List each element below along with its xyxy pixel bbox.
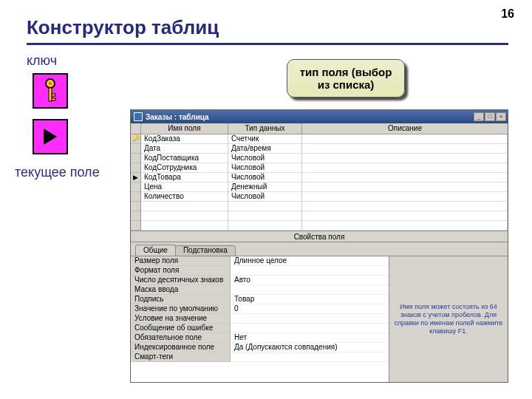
close-button[interactable]: × [496, 112, 506, 121]
svg-point-1 [49, 82, 52, 85]
slide-number: 16 [501, 7, 514, 21]
cell-field-desc[interactable] [302, 211, 508, 221]
table-row[interactable]: КодСотрудникаЧисловой [131, 163, 508, 173]
row-indicator[interactable] [131, 154, 141, 163]
cell-field-name[interactable] [141, 211, 228, 221]
property-value[interactable] [231, 324, 389, 333]
window-buttons: _ □ × [474, 112, 506, 121]
row-indicator[interactable] [131, 192, 141, 202]
table-row[interactable] [131, 211, 508, 221]
cell-field-name[interactable]: Цена [141, 183, 228, 192]
table-row[interactable]: КоличествоЧисловой [131, 192, 508, 202]
property-label: Формат поля [131, 266, 231, 276]
table-row[interactable]: ДатаДата/время [131, 144, 508, 154]
tab-general[interactable]: Общие [135, 245, 176, 256]
property-label: Число десятичных знаков [131, 276, 231, 285]
table-row[interactable]: КодПоставщикаЧисловой [131, 154, 508, 163]
cell-field-type[interactable]: Денежный [228, 183, 302, 192]
property-value[interactable]: Длинное целое [231, 256, 389, 266]
cell-field-desc[interactable] [302, 163, 508, 173]
property-label: Значение по умолчанию [131, 304, 231, 314]
property-value[interactable] [231, 285, 389, 295]
row-indicator[interactable] [131, 211, 141, 221]
cell-field-desc[interactable] [302, 144, 508, 154]
property-value[interactable]: Товар [231, 295, 389, 304]
tab-lookup[interactable]: Подстановка [175, 245, 236, 256]
property-tabs: Общие Подстановка [131, 242, 508, 256]
left-column: ключ текущее поле [13, 53, 117, 180]
property-label: Смарт-теги [131, 352, 231, 362]
property-label: Условие на значение [131, 314, 231, 324]
property-value[interactable]: 0 [231, 304, 389, 314]
cell-field-type[interactable] [228, 221, 302, 231]
cell-field-desc[interactable] [302, 202, 508, 211]
property-value[interactable] [231, 266, 389, 276]
property-value[interactable]: Да (Допускаются совпадения) [231, 343, 389, 352]
maximize-button[interactable]: □ [485, 112, 495, 121]
table-designer-window: Заказы : таблица _ □ × Имя поля Тип данн… [130, 109, 508, 383]
cell-field-type[interactable]: Числовой [228, 192, 302, 202]
row-indicator[interactable] [131, 202, 141, 211]
property-value[interactable]: Нет [231, 333, 389, 343]
cell-field-type[interactable] [228, 211, 302, 221]
row-indicator[interactable] [131, 144, 141, 154]
property-row: Индексированное полеДа (Допускаются совп… [131, 343, 389, 352]
property-value[interactable] [231, 314, 389, 324]
cell-field-name[interactable]: КодЗаказа [141, 134, 228, 144]
grid-header-indicator [131, 123, 141, 134]
cell-field-name[interactable] [141, 221, 228, 231]
grid-header-type[interactable]: Тип данных [228, 123, 302, 134]
cell-field-name[interactable]: Количество [141, 192, 228, 202]
table-row[interactable] [131, 221, 508, 231]
form-icon [134, 112, 143, 121]
table-row[interactable]: ЦенаДенежный [131, 183, 508, 192]
cell-field-type[interactable]: Числовой [228, 154, 302, 163]
grid-header-name[interactable]: Имя поля [141, 123, 228, 134]
cell-field-type[interactable]: Дата/время [228, 144, 302, 154]
cell-field-desc[interactable] [302, 221, 508, 231]
cell-field-name[interactable] [141, 202, 228, 211]
slide-title: Конструктор таблиц [27, 16, 219, 39]
cell-field-name[interactable]: КодСотрудника [141, 163, 228, 173]
properties-hint-box: Имя поля может состоять из 64 знаков с у… [389, 256, 508, 382]
title-underline [27, 43, 508, 45]
cell-field-name[interactable]: КодТовара [141, 173, 228, 183]
table-row[interactable]: ▶КодТовараЧисловой [131, 173, 508, 183]
grid-header-desc[interactable]: Описание [302, 123, 508, 134]
property-row: Значение по умолчанию0 [131, 304, 389, 314]
cell-field-desc[interactable] [302, 183, 508, 192]
primary-key-icon: 🔑 [132, 134, 140, 143]
row-indicator[interactable] [131, 163, 141, 173]
cell-field-name[interactable]: КодПоставщика [141, 154, 228, 163]
cell-field-desc[interactable] [302, 173, 508, 183]
cell-field-type[interactable] [228, 202, 302, 211]
row-indicator[interactable] [131, 183, 141, 192]
property-label: Сообщение об ошибке [131, 324, 231, 333]
row-indicator[interactable]: 🔑 [131, 134, 141, 144]
row-indicator[interactable] [131, 221, 141, 231]
table-row[interactable] [131, 202, 508, 211]
cell-field-desc[interactable] [302, 154, 508, 163]
current-row-marker-icon: ▶ [133, 173, 138, 182]
cell-field-name[interactable]: Дата [141, 144, 228, 154]
label-current: текущее поле [15, 165, 117, 180]
cell-field-desc[interactable] [302, 134, 508, 144]
property-row: Условие на значение [131, 314, 389, 324]
table-row[interactable]: 🔑КодЗаказаСчетчик [131, 134, 508, 144]
row-indicator[interactable]: ▶ [131, 173, 141, 183]
property-row: Сообщение об ошибке [131, 324, 389, 333]
cell-field-type[interactable]: Числовой [228, 163, 302, 173]
property-label: Размер поля [131, 256, 231, 266]
property-label: Индексированное поле [131, 343, 231, 352]
minimize-button[interactable]: _ [474, 112, 484, 121]
svg-rect-2 [49, 88, 52, 101]
property-label: Обязательное поле [131, 333, 231, 343]
property-row: Формат поля [131, 266, 389, 276]
cell-field-desc[interactable] [302, 192, 508, 202]
key-icon [33, 73, 68, 109]
property-value[interactable]: Авто [231, 276, 389, 285]
property-value[interactable] [231, 352, 389, 362]
window-title-bar[interactable]: Заказы : таблица _ □ × [131, 110, 508, 123]
cell-field-type[interactable]: Счетчик [228, 134, 302, 144]
cell-field-type[interactable]: Числовой [228, 173, 302, 183]
